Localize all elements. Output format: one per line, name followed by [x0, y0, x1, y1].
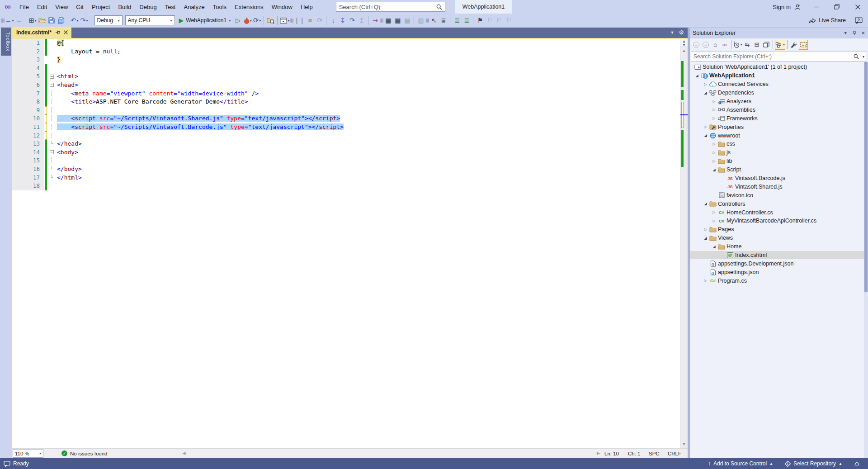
navigate-forward-icon[interactable]: →	[14, 15, 24, 26]
live-share-button[interactable]: Live Share	[809, 17, 868, 24]
code-line[interactable]: 4	[12, 64, 680, 73]
breakpoint-margin[interactable]	[12, 182, 22, 190]
threads-icon[interactable]: ⇝	[370, 15, 380, 26]
expander-collapsed-icon[interactable]: ▷	[711, 116, 717, 120]
toolbar-grip[interactable]: ●●●●●●	[1, 19, 5, 23]
minimize-button[interactable]	[806, 0, 826, 14]
code-line[interactable]: 12 ┆	[12, 132, 680, 140]
solution-explorer-search-input[interactable]: Search Solution Explorer (Ctrl+;) ▾	[691, 52, 867, 62]
expander-collapsed-icon[interactable]: ▷	[711, 210, 717, 214]
editor-settings-gear-icon[interactable]: ⚙	[679, 29, 684, 36]
scroll-left-icon[interactable]: ◀	[182, 451, 185, 455]
feedback-icon[interactable]	[855, 17, 863, 24]
restore-button[interactable]	[826, 0, 847, 14]
scroll-right-icon[interactable]: ▶	[597, 451, 600, 455]
code-line[interactable]: 8 ┆ <title>ASP.NET Core Barcode Generato…	[12, 98, 680, 106]
breakpoint-margin[interactable]	[12, 123, 22, 132]
menu-analyze[interactable]: Analyze	[179, 0, 208, 14]
fold-margin[interactable]	[48, 182, 55, 190]
fold-margin[interactable]: ┆	[48, 90, 55, 98]
expander-collapsed-icon[interactable]: ▷	[711, 108, 717, 112]
comment-icon[interactable]: ≣	[462, 15, 471, 26]
close-button[interactable]	[847, 0, 868, 14]
fold-margin[interactable]: └	[48, 174, 55, 182]
tree-item-webapplication1[interactable]: ◢ WebApplication1	[690, 71, 868, 80]
code-line[interactable]: 2 Layout = null;	[12, 47, 680, 56]
se-file-nesting-icon[interactable]	[775, 40, 785, 50]
tree-item-wwwroot[interactable]: ◢ wwwroot	[690, 131, 868, 140]
tree-item-views[interactable]: ◢ Views	[690, 234, 868, 242]
add-to-source-control-button[interactable]: ↑ Add to Source Control ▲	[708, 460, 773, 467]
tree-item-vintasoft-shared-js[interactable]: JS Vintasoft.Shared.js	[690, 182, 868, 191]
expander-expanded-icon[interactable]: ◢	[702, 133, 709, 137]
search-options-dropdown-icon[interactable]: ▾	[861, 55, 864, 59]
solution-explorer-header[interactable]: Solution Explorer ▼ ✕	[690, 28, 868, 38]
fold-margin[interactable]: −	[48, 148, 55, 157]
step-over-icon[interactable]: ↷	[347, 15, 357, 26]
se-switch-views-icon[interactable]: ∞	[720, 40, 729, 50]
start-debugging-button[interactable]: ▶WebApplication1▾	[176, 15, 234, 26]
scrollbar-track[interactable]	[680, 55, 688, 441]
toolbar-grip[interactable]: ●●●●●●	[380, 19, 383, 23]
restart-icon[interactable]: ⟳	[252, 15, 262, 26]
code-line[interactable]: 10 ┆ <script src="~/Scripts/Vintasoft.Sh…	[12, 114, 680, 123]
se-sync-icon[interactable]: ⇆	[743, 40, 752, 50]
code-line[interactable]: 13 └ </head>	[12, 140, 680, 148]
fold-margin[interactable]: −	[48, 81, 55, 90]
fold-margin[interactable]: ┆	[48, 98, 55, 106]
expander-collapsed-icon[interactable]: ▷	[702, 279, 709, 283]
fold-margin[interactable]: └	[48, 165, 55, 174]
code-line[interactable]: 17 └ </html>	[12, 174, 680, 182]
breakpoint-margin[interactable]	[12, 148, 22, 157]
undo-icon[interactable]: ↶	[70, 15, 80, 26]
breakpoint-margin[interactable]	[12, 72, 22, 81]
breakpoints-icon[interactable]: ▦	[383, 15, 393, 26]
tree-item-appsettings-development-json[interactable]: {} appsettings.Development.json	[690, 259, 868, 268]
new-project-icon[interactable]: ⊞	[28, 15, 38, 26]
breakpoint-margin[interactable]	[12, 140, 22, 148]
panel-menu-icon[interactable]: ▼	[844, 31, 848, 35]
fold-margin[interactable]: ┆	[48, 106, 55, 115]
breakpoint-margin[interactable]	[12, 174, 22, 182]
breakpoints-all-icon[interactable]: ▦	[393, 15, 402, 26]
find-in-files-icon[interactable]	[266, 15, 275, 26]
save-all-icon[interactable]	[57, 15, 66, 26]
tree-item-appsettings-json[interactable]: {} appsettings.json	[690, 268, 868, 276]
fold-margin[interactable]: ┆	[48, 114, 55, 123]
tree-item-lib[interactable]: ▷ lib	[690, 157, 868, 166]
tree-item-index-cshtml[interactable]: @ Index.cshtml	[690, 251, 868, 260]
breakpoint-margin[interactable]	[12, 132, 22, 140]
menu-edit[interactable]: Edit	[33, 0, 51, 14]
scroll-up-icon[interactable]: ▲	[680, 47, 688, 55]
navigate-backward-icon[interactable]: ←	[5, 15, 14, 26]
tree-item-dependencies[interactable]: ◢ Dependencies	[690, 89, 868, 97]
breakpoint-margin[interactable]	[12, 81, 22, 90]
menu-help[interactable]: Help	[297, 0, 317, 14]
expander-expanded-icon[interactable]: ◢	[702, 91, 709, 95]
fold-margin[interactable]: ┆	[48, 132, 55, 140]
menu-debug[interactable]: Debug	[135, 0, 160, 14]
expander-expanded-icon[interactable]: ◢	[711, 245, 717, 249]
fold-margin[interactable]: ┆	[48, 156, 55, 165]
fold-margin[interactable]: −	[48, 72, 55, 81]
code-line[interactable]: 6 − <head>	[12, 81, 680, 90]
menu-view[interactable]: View	[51, 0, 72, 14]
menu-git[interactable]: Git	[72, 0, 88, 14]
tree-item-myvintasoftbarcodeapicontroller-cs[interactable]: ▷C# MyVintasoftBarcodeApiController.cs	[690, 217, 868, 225]
expander-expanded-icon[interactable]: ◢	[693, 74, 700, 78]
quick-search-input[interactable]: Search (Ctrl+Q)	[336, 2, 445, 12]
se-pending-changes-icon[interactable]: T	[733, 40, 742, 50]
fold-margin[interactable]	[48, 47, 55, 56]
active-files-dropdown-icon[interactable]: ▼	[670, 30, 674, 35]
menu-build[interactable]: Build	[114, 0, 135, 14]
toolbar-grip[interactable]: ●●●●●●	[425, 19, 429, 23]
breakpoint-margin[interactable]	[12, 39, 22, 47]
horizontal-scrollbar[interactable]: ◀ ▶	[110, 449, 602, 458]
select-repository-button[interactable]: Select Repository ▲	[785, 460, 842, 467]
tree-item-analyzers[interactable]: ▷i Analyzers	[690, 97, 868, 106]
hot-reload-icon[interactable]	[243, 15, 252, 26]
close-tab-icon[interactable]	[64, 30, 68, 34]
se-preview-icon[interactable]	[799, 40, 808, 50]
menu-project[interactable]: Project	[88, 0, 114, 14]
se-copy-path-icon[interactable]	[762, 40, 771, 50]
